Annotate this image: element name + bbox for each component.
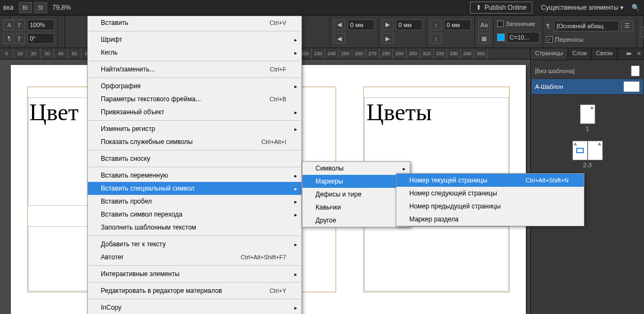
page-thumb-2-3[interactable]: А А 2-3	[572, 141, 603, 168]
indent-right-icon[interactable]: ▶	[382, 19, 394, 30]
shading-color-field: C=10...	[507, 32, 539, 43]
menu-previous-page-number[interactable]: Номер предыдущей страницы	[396, 200, 584, 213]
context-menu-text: ВставитьCtrl+V Шрифт Кегль Найти/заменит…	[87, 16, 302, 314]
menu-symbols[interactable]: Символы	[302, 162, 410, 175]
tab-pages[interactable]: Страницы	[531, 48, 568, 60]
text-scale-field[interactable]: 100%	[27, 19, 54, 30]
menu-interactive[interactable]: Интерактивные элементы	[88, 267, 301, 280]
ruler-tick: 0	[0, 48, 14, 59]
ruler-tick: 30	[41, 48, 54, 59]
grid-icon[interactable]: ▦	[478, 33, 490, 44]
menu-insert-break[interactable]: Вставить символ перехода	[88, 208, 301, 221]
master-a-label: А-Шаблон	[535, 83, 563, 90]
panel-collapse-icon[interactable]: ▸▸	[623, 48, 634, 60]
submenu-special-char: Символы Маркеры Дефисы и тире Кавычки Др…	[302, 161, 410, 227]
publish-online-button[interactable]: ⬆ Publish Online	[470, 2, 532, 14]
chevron-down-icon: ▾	[620, 4, 623, 11]
hyphenation-label: Переносы	[555, 36, 583, 43]
menu-paste[interactable]: ВставитьCtrl+V	[88, 16, 301, 29]
menu-find-replace[interactable]: Найти/заменить...Ctrl+F	[88, 63, 301, 76]
app-topbar: вка Br St 79,8% ⬆ Publish Online Существ…	[0, 0, 644, 16]
menu-spellcheck[interactable]: Орфография	[88, 80, 301, 93]
menu-edit-story[interactable]: Редактировать в редакторе материаловCtrl…	[88, 284, 301, 297]
ruler-tick: 230	[312, 48, 325, 59]
offset-field-3[interactable]: 0 мм	[444, 19, 471, 30]
ruler-tick: 330	[447, 48, 461, 59]
menu-insert-variable[interactable]: Вставить переменную	[88, 169, 301, 182]
indent-left-icon[interactable]: ◀	[333, 19, 345, 30]
menu-markers[interactable]: Маркеры	[302, 175, 410, 188]
menu-anchored-object[interactable]: Привязанный объект	[88, 106, 301, 119]
master-none-thumb	[631, 66, 640, 76]
menu-fill-placeholder[interactable]: Заполнить шаблонным текстом	[88, 221, 301, 234]
menu-hyphens-dashes[interactable]: Дефисы и тире	[302, 188, 410, 201]
publish-label: Publish Online	[485, 4, 526, 11]
bridge-button[interactable]: Br	[19, 2, 32, 13]
text-angle-field[interactable]: 0°	[27, 33, 54, 44]
ruler-tick: 10	[14, 48, 27, 59]
menu-text-frame-options[interactable]: Параметры текстового фрейма...Ctrl+B	[88, 93, 301, 106]
master-a-thumb	[623, 81, 640, 92]
ruler-tick: 40	[54, 48, 68, 59]
menu-quotation-marks[interactable]: Кавычки	[302, 201, 410, 214]
ruler-tick: 260	[352, 48, 366, 59]
dropcap-icon[interactable]: Aa	[478, 19, 490, 30]
indent-last-icon[interactable]: ▶	[382, 33, 394, 44]
panel-menu-icon[interactable]: ≡	[634, 48, 644, 60]
page-corner: А	[574, 142, 577, 147]
menu-show-hidden[interactable]: Показать служебные символыCtrl+Alt+I	[88, 135, 301, 148]
zoom-level[interactable]: 79,8%	[53, 4, 71, 11]
para-style-field[interactable]: [Основной абзац	[554, 21, 619, 31]
tab-layers[interactable]: Слои	[568, 48, 592, 60]
page-number-1: 1	[585, 126, 589, 132]
ruler-tick: 50	[68, 48, 81, 59]
control-menu-icon[interactable]: ≡	[640, 27, 644, 37]
page-number-2-3: 2-3	[583, 162, 592, 168]
ruler-tick: 320	[434, 48, 447, 59]
para-style-menu-icon[interactable]: ☰	[621, 21, 633, 31]
ruler-tick: 240	[325, 48, 339, 59]
partial-menu-label: вка	[3, 4, 14, 11]
stock-button[interactable]: St	[34, 2, 47, 13]
shading-checkbox[interactable]: Затенение	[497, 21, 539, 27]
menu-insert-special-char[interactable]: Вставить специальный символ	[88, 182, 301, 195]
workspace-label: Существенные элементы	[541, 4, 619, 11]
master-none-label: [Без шаблона]	[535, 68, 575, 74]
page-corner: А	[590, 106, 593, 110]
menu-incopy[interactable]: InCopy	[88, 301, 301, 314]
ruler-tick: 340	[461, 48, 474, 59]
space-before-icon[interactable]: ↕	[430, 19, 442, 30]
menu-tag-text[interactable]: Добавить тег к тексту	[88, 238, 301, 251]
tab-links[interactable]: Связи	[591, 48, 617, 60]
offset-field-2[interactable]: 0 мм	[396, 19, 423, 30]
offset-field-1[interactable]: 0 мм	[347, 19, 375, 30]
menu-change-case[interactable]: Изменить регистр	[88, 122, 301, 135]
search-icon[interactable]: 🔍	[630, 4, 641, 11]
ruler-tick: 350	[474, 48, 488, 59]
ruler-tick: 20	[27, 48, 41, 59]
page-title-left: Цвет	[29, 99, 79, 126]
menu-current-page-number[interactable]: Номер текущей страницыCtrl+Alt+Shift+N	[396, 174, 584, 187]
menu-size[interactable]: Кегль	[88, 46, 301, 59]
menu-autotag[interactable]: АвтотегCtrl+Alt+Shift+F7	[88, 251, 301, 264]
workspace-switcher[interactable]: Существенные элементы ▾	[537, 2, 628, 13]
shading-color[interactable]: C=10...	[497, 32, 539, 43]
master-a-row[interactable]: А-Шаблон	[532, 79, 643, 95]
ruler-tick: 270	[366, 48, 379, 59]
hyphenation-checkbox[interactable]: ✓Переносы	[546, 36, 633, 43]
menu-insert-whitespace[interactable]: Вставить пробел	[88, 195, 301, 208]
para-style-icon: ¶	[546, 23, 550, 29]
ruler-tick: 300	[407, 48, 420, 59]
ruler-tick: 290	[393, 48, 407, 59]
page-thumb-1[interactable]: А 1	[580, 104, 595, 132]
indent-first-icon[interactable]: ◀	[333, 33, 345, 44]
submenu-markers: Номер текущей страницыCtrl+Alt+Shift+N Н…	[396, 173, 584, 226]
master-none-row[interactable]: [Без шаблона]	[535, 63, 640, 79]
menu-next-page-number[interactable]: Номер следующей страницы	[396, 187, 584, 200]
menu-other[interactable]: Другое	[302, 214, 410, 227]
menu-insert-footnote[interactable]: Вставить сноску	[88, 152, 301, 165]
menu-section-marker[interactable]: Маркер раздела	[396, 213, 584, 226]
shading-label: Затенение	[506, 21, 535, 27]
space-after-icon[interactable]: ↕	[430, 33, 442, 44]
menu-font[interactable]: Шрифт	[88, 33, 301, 46]
